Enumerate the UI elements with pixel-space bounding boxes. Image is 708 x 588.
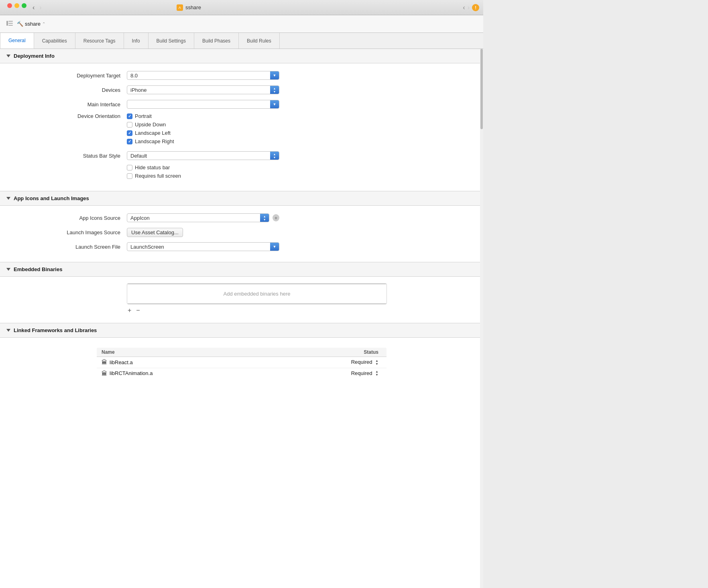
tab-general[interactable]: General <box>0 33 34 49</box>
deployment-info-section-header: Deployment Info <box>0 49 483 63</box>
titlebar-right-actions: ‹ › ! <box>463 4 479 11</box>
app-icons-toggle[interactable] <box>6 197 10 200</box>
app-icons-source-arrow[interactable]: ▲▼ <box>260 213 269 222</box>
lib-name: libReact.a <box>110 359 133 365</box>
library-icon: 🏛 <box>102 370 107 377</box>
hide-status-bar-row: Hide status bar <box>127 164 181 170</box>
landscape-left-label: Landscape Left <box>135 130 171 136</box>
add-embedded-binary-btn[interactable]: + <box>127 307 132 314</box>
main-interface-control: ▼ <box>127 100 279 109</box>
hide-status-bar-checkbox[interactable] <box>127 165 132 170</box>
main-interface-select[interactable]: ▼ <box>127 100 279 109</box>
linked-frameworks-form: Name Status 🏛 libReact.a <box>0 338 483 385</box>
tab-build-phases[interactable]: Build Phases <box>194 33 239 49</box>
remove-embedded-binary-btn[interactable]: − <box>135 307 140 314</box>
embedded-binaries-table: Add embedded binaries here <box>127 283 387 304</box>
back-btn[interactable]: ‹ <box>31 3 37 12</box>
main-content: Deployment Info Deployment Target 8.0 ▼ … <box>0 49 483 588</box>
embedded-binaries-form: Add embedded binaries here + − <box>0 277 483 323</box>
table-bottom-border <box>127 304 387 304</box>
tab-info[interactable]: Info <box>124 33 149 49</box>
status-bar-options: Hide status bar Requires full screen <box>127 164 181 181</box>
devices-value: iPhone <box>127 87 270 93</box>
table-row[interactable]: 🏛 libRCTAnimation.a Required ▲▼ <box>97 368 387 379</box>
status-stepper[interactable]: ▲▼ <box>375 359 378 366</box>
status-bar-style-arrow[interactable]: ▲▼ <box>270 151 279 160</box>
minimize-btn[interactable] <box>14 3 19 8</box>
status-stepper[interactable]: ▲▼ <box>375 370 378 377</box>
embedded-binaries-toggle[interactable] <box>6 268 10 271</box>
devices-label: Devices <box>6 87 127 93</box>
status-bar-style-select[interactable]: Default ▲▼ <box>127 151 279 160</box>
table-header-row: Name Status <box>97 348 387 357</box>
embedded-binaries-section-header: Embedded Binaries <box>0 262 483 277</box>
tabbar: General Capabilities Resource Tags Info … <box>0 33 483 49</box>
app-icons-source-select[interactable]: AppIcon ▲▼ <box>127 213 269 222</box>
deployment-target-label: Deployment Target <box>6 73 127 79</box>
scrollable-area: Deployment Info Deployment Target 8.0 ▼ … <box>0 49 483 588</box>
project-selector-label: sshare <box>25 21 41 27</box>
tab-capabilities[interactable]: Capabilities <box>34 33 75 49</box>
main-interface-arrow[interactable]: ▼ <box>270 100 279 109</box>
embedded-binaries-empty-text: Add embedded binaries here <box>127 284 387 304</box>
scrollbar-thumb[interactable] <box>480 49 483 129</box>
status-bar-style-row: Status Bar Style Default ▲▼ <box>0 150 483 161</box>
nav-back-icon[interactable]: ‹ <box>463 4 465 11</box>
project-selector[interactable]: 🔨 sshare ⌃ <box>17 21 45 27</box>
status-bar-style-label: Status Bar Style <box>6 153 127 159</box>
portrait-checkbox[interactable] <box>127 114 132 119</box>
launch-images-source-label: Launch Images Source <box>6 229 127 235</box>
launch-screen-file-arrow[interactable]: ▼ <box>270 242 279 251</box>
embedded-binaries-title: Embedded Binaries <box>14 266 62 272</box>
tab-build-settings[interactable]: Build Settings <box>149 33 194 49</box>
project-selector-chevron: ⌃ <box>42 22 45 26</box>
deployment-info-toggle[interactable] <box>6 55 10 57</box>
device-orientation-row: Device Orientation Portrait Upside Down … <box>0 113 483 147</box>
deployment-info-title: Deployment Info <box>14 53 55 59</box>
upside-down-checkbox[interactable] <box>127 122 132 128</box>
landscape-left-checkbox[interactable] <box>127 130 132 136</box>
linked-frameworks-toggle[interactable] <box>6 329 10 332</box>
tab-resource-tags[interactable]: Resource Tags <box>75 33 124 49</box>
launch-images-source-control: Use Asset Catalog... <box>127 228 279 237</box>
scrollbar-track <box>480 49 483 588</box>
launch-screen-file-label: Launch Screen File <box>6 244 127 250</box>
tab-build-rules[interactable]: Build Rules <box>239 33 280 49</box>
table-row[interactable]: 🏛 libReact.a Required ▲▼ <box>97 357 387 368</box>
landscape-right-label: Landscape Right <box>135 138 174 144</box>
deployment-target-arrow[interactable]: ▼ <box>270 71 279 80</box>
close-btn[interactable] <box>7 3 12 8</box>
main-interface-label: Main Interface <box>6 101 127 107</box>
requires-full-screen-checkbox[interactable] <box>127 173 132 179</box>
status-bar-style-value: Default <box>127 153 270 159</box>
lib-icon-react: 🏛 libReact.a <box>102 359 133 365</box>
hide-status-bar-label: Hide status bar <box>135 164 170 170</box>
deployment-target-select[interactable]: 8.0 ▼ <box>127 71 279 80</box>
forward-btn[interactable]: › <box>37 3 43 12</box>
upside-down-row: Upside Down <box>127 122 174 128</box>
app-icons-add-btn[interactable]: + <box>273 214 279 221</box>
main-interface-row: Main Interface ▼ <box>0 99 483 110</box>
launch-screen-file-value: LaunchScreen <box>127 244 270 250</box>
app-icons-form: App Icons Source AppIcon ▲▼ + Launch Ima… <box>0 206 483 262</box>
devices-arrow[interactable]: ▲▼ <box>270 85 279 94</box>
project-selector-icon: 🔨 <box>17 21 23 27</box>
fullscreen-btn[interactable] <box>22 3 26 8</box>
devices-control: iPhone ▲▼ <box>127 85 279 94</box>
app-icons-title: App Icons and Launch Images <box>14 195 89 201</box>
titlebar-navigation: ‹ › <box>7 3 44 12</box>
landscape-right-checkbox[interactable] <box>127 139 132 144</box>
launch-screen-file-select[interactable]: LaunchScreen ▼ <box>127 242 279 251</box>
portrait-row: Portrait <box>127 113 174 119</box>
linked-frameworks-table-container: Name Status 🏛 libReact.a <box>96 347 387 379</box>
svg-rect-2 <box>8 23 13 24</box>
requires-full-screen-row: Requires full screen <box>127 173 181 179</box>
devices-select[interactable]: iPhone ▲▼ <box>127 85 279 94</box>
project-icon: A <box>177 4 183 11</box>
sidebar-toggle-btn[interactable] <box>4 19 15 28</box>
app-icons-source-label: App Icons Source <box>6 215 127 221</box>
lib-status-cell: Required ▲▼ <box>271 368 387 379</box>
use-asset-catalog-btn[interactable]: Use Asset Catalog... <box>127 228 183 237</box>
app-icons-source-row: App Icons Source AppIcon ▲▼ + <box>0 212 483 223</box>
nav-forward-icon[interactable]: › <box>468 4 470 11</box>
